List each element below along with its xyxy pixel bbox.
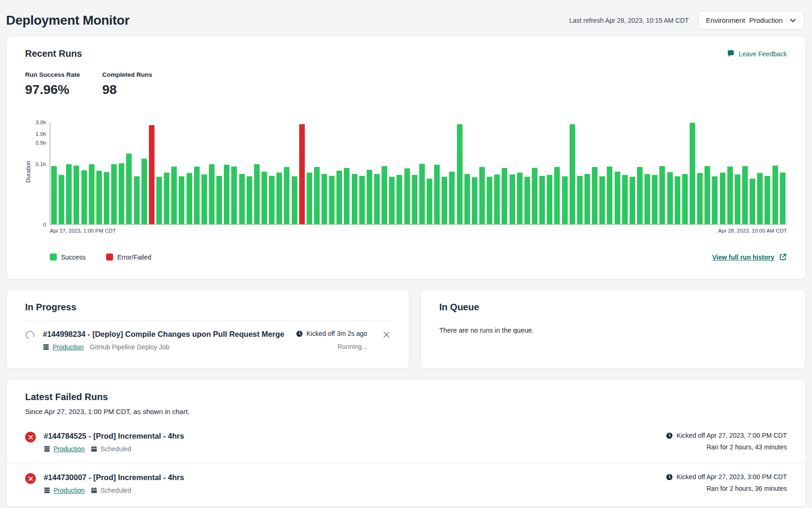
chart-bar-success[interactable] <box>720 173 725 224</box>
chart-bar-success[interactable] <box>404 168 410 224</box>
chart-bar-success[interactable] <box>584 174 590 224</box>
chart-bar-success[interactable] <box>156 177 162 224</box>
dismiss-run-button[interactable] <box>383 331 390 339</box>
chart-bar-success[interactable] <box>682 174 688 224</box>
chart-bar-success[interactable] <box>765 176 770 224</box>
chart-bar-success[interactable] <box>292 176 297 224</box>
chart-bar-success[interactable] <box>479 167 485 224</box>
chart-bar-success[interactable] <box>329 176 335 224</box>
chart-bar-success[interactable] <box>224 165 229 224</box>
leave-feedback-link[interactable]: Leave Feedback <box>727 50 787 58</box>
chart-bar-success[interactable] <box>554 167 560 224</box>
chart-bar-success[interactable] <box>104 172 109 224</box>
chart-bar-success[interactable] <box>772 166 778 224</box>
chart-bar-success[interactable] <box>126 154 132 224</box>
chart-bar-success[interactable] <box>532 168 537 224</box>
chart-bar-success[interactable] <box>457 124 463 224</box>
view-full-run-history-link[interactable]: View full run history <box>712 253 787 261</box>
environment-link[interactable]: Production <box>43 343 84 351</box>
chart-bar-success[interactable] <box>427 179 432 224</box>
chart-bar-success[interactable] <box>269 176 275 224</box>
environment-dropdown[interactable]: Environment Production <box>698 11 805 30</box>
chart-bar-success[interactable] <box>442 177 447 224</box>
chart-bar-success[interactable] <box>141 159 147 224</box>
chart-bar-success[interactable] <box>389 177 395 224</box>
chart-bar-success[interactable] <box>231 167 237 224</box>
chart-bar-success[interactable] <box>562 176 568 224</box>
environment-link[interactable]: Production <box>44 445 85 453</box>
chart-bar-success[interactable] <box>577 176 583 224</box>
chart-bar-success[interactable] <box>607 167 612 224</box>
chart-bar-failed[interactable] <box>299 124 305 224</box>
chart-bar-success[interactable] <box>194 167 200 224</box>
chart-bar-success[interactable] <box>630 177 635 224</box>
chart-bar-success[interactable] <box>434 165 440 224</box>
chart-bar-success[interactable] <box>322 174 327 224</box>
chart-bar-success[interactable] <box>592 167 597 224</box>
chart-bar-success[interactable] <box>599 176 605 224</box>
chart-bar-success[interactable] <box>111 164 117 224</box>
chart-bar-success[interactable] <box>502 168 507 224</box>
chart-bar-success[interactable] <box>539 176 545 224</box>
chart-bar-success[interactable] <box>81 170 87 224</box>
chart-bar-success[interactable] <box>374 174 380 224</box>
chart-bar-success[interactable] <box>705 166 710 224</box>
chart-bar-success[interactable] <box>314 167 320 224</box>
chart-bar-success[interactable] <box>382 166 387 224</box>
chart-bar-success[interactable] <box>74 166 79 224</box>
chart-bar-success[interactable] <box>412 175 417 224</box>
chart-bar-success[interactable] <box>780 173 785 224</box>
chart-bar-success[interactable] <box>262 172 267 224</box>
chart-bar-success[interactable] <box>59 175 64 224</box>
chart-bar-success[interactable] <box>344 168 349 224</box>
chart-bar-success[interactable] <box>239 174 245 224</box>
chart-bar-success[interactable] <box>201 174 207 224</box>
chart-bar-success[interactable] <box>667 172 673 224</box>
chart-bar-success[interactable] <box>367 170 372 224</box>
chart-bar-success[interactable] <box>524 177 530 224</box>
chart-bar-success[interactable] <box>89 164 94 224</box>
chart-bar-success[interactable] <box>622 175 628 224</box>
chart-bar-success[interactable] <box>510 174 515 224</box>
chart-bar-success[interactable] <box>284 167 289 224</box>
chart-bar-success[interactable] <box>615 172 620 224</box>
chart-bar-success[interactable] <box>472 177 477 224</box>
chart-bar-success[interactable] <box>637 167 643 224</box>
chart-bar-success[interactable] <box>690 123 695 224</box>
chart-bar-success[interactable] <box>419 164 425 224</box>
chart-bar-success[interactable] <box>119 163 124 224</box>
chart-bar-success[interactable] <box>359 176 365 224</box>
chart-bar-success[interactable] <box>187 173 192 224</box>
chart-bar-success[interactable] <box>449 172 455 224</box>
chart-bar-success[interactable] <box>254 164 260 224</box>
chart-bar-success[interactable] <box>750 179 755 224</box>
chart-bar-success[interactable] <box>487 177 492 224</box>
chart-bar-success[interactable] <box>216 176 222 224</box>
chart-bar-success[interactable] <box>134 176 140 224</box>
chart-bar-success[interactable] <box>164 173 169 224</box>
chart-bar-success[interactable] <box>209 164 215 224</box>
chart-bar-success[interactable] <box>735 174 740 224</box>
chart-bar-success[interactable] <box>659 166 665 224</box>
chart-bar-success[interactable] <box>352 174 357 224</box>
chart-bar-failed[interactable] <box>149 125 154 224</box>
environment-link[interactable]: Production <box>44 487 85 494</box>
chart-bar-success[interactable] <box>51 166 57 224</box>
chart-bar-success[interactable] <box>171 167 177 224</box>
chart-bar-success[interactable] <box>464 174 470 224</box>
chart-bar-success[interactable] <box>517 173 523 224</box>
chart-bar-success[interactable] <box>757 173 763 224</box>
chart-bar-success[interactable] <box>644 174 650 224</box>
chart-bar-success[interactable] <box>547 175 552 224</box>
chart-bar-success[interactable] <box>712 176 718 224</box>
chart-bar-success[interactable] <box>336 171 342 224</box>
chart-bar-success[interactable] <box>652 175 658 224</box>
chart-bar-success[interactable] <box>96 171 102 224</box>
chart-bar-success[interactable] <box>494 174 500 224</box>
chart-bar-success[interactable] <box>247 176 252 224</box>
chart-bar-success[interactable] <box>727 167 733 224</box>
chart-bar-success[interactable] <box>697 173 703 224</box>
chart-bar-success[interactable] <box>179 176 184 224</box>
chart-bar-success[interactable] <box>742 166 748 224</box>
chart-bar-success[interactable] <box>396 175 402 224</box>
